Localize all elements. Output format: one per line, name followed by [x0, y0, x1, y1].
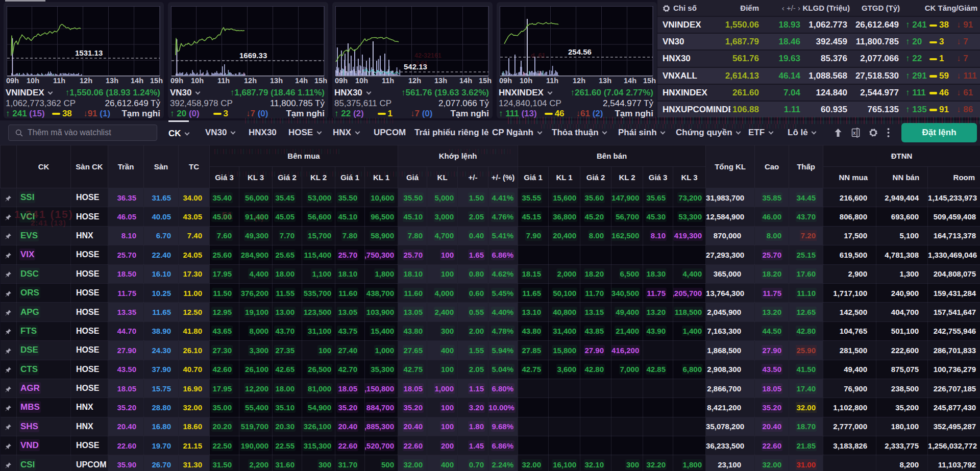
- svg-text:254.56: 254.56: [568, 47, 592, 56]
- svg-text:x: x: [853, 130, 856, 136]
- svg-text:1669.33: 1669.33: [239, 51, 267, 60]
- svg-text:1531.13: 1531.13: [75, 48, 103, 57]
